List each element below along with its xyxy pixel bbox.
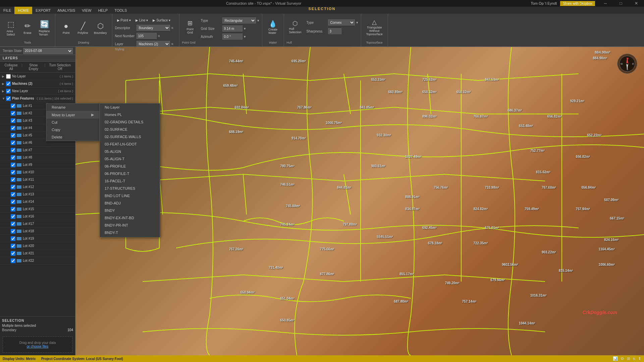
layer-item-lot13[interactable]: Lot #13 bbox=[0, 191, 75, 198]
menu-tools[interactable]: TOOLS bbox=[111, 7, 130, 14]
point-button[interactable]: ● Point bbox=[58, 18, 74, 38]
layer-checkbox-no-layer[interactable] bbox=[6, 74, 11, 79]
layer-checkbox-lot13[interactable] bbox=[11, 192, 15, 197]
layer-item-lot17[interactable]: Lot #17 bbox=[0, 220, 75, 228]
area-select-button[interactable]: ⬚ AreaSelect bbox=[3, 18, 19, 38]
submenu-item-3[interactable]: 02-SURFACE bbox=[100, 126, 160, 133]
submenu-item-15[interactable]: BNDY-EX-INT-BD bbox=[100, 214, 160, 222]
layer-checkbox-lot7[interactable] bbox=[11, 148, 15, 153]
layer-checkbox-lot22[interactable] bbox=[11, 258, 15, 263]
layer-checkbox-lot16[interactable] bbox=[11, 214, 15, 219]
point-grid-button[interactable]: ⊞ PointGrid bbox=[182, 17, 198, 37]
layer-icon[interactable]: ≡ bbox=[171, 42, 173, 46]
choose-files-link[interactable]: or choose files bbox=[27, 345, 48, 348]
layer-checkbox-lot11[interactable] bbox=[11, 177, 15, 182]
replace-terrain-button[interactable]: 🔄 ReplaceTerrain bbox=[36, 18, 52, 38]
layer-checkbox-lot2[interactable] bbox=[11, 111, 15, 116]
hull-type-select[interactable]: Convex bbox=[328, 19, 355, 25]
layer-item-lot11[interactable]: Lot #11 bbox=[0, 176, 75, 183]
minimize-button[interactable]: ─ bbox=[598, 0, 613, 7]
settings-icon[interactable]: ⚙ bbox=[621, 356, 624, 361]
layer-item-machines[interactable]: ▶ Machines (2) ( 6 items ) bbox=[0, 80, 75, 87]
layer-item-lot20[interactable]: Lot #20 bbox=[0, 242, 75, 250]
submenu-item-17[interactable]: BNDY-T bbox=[100, 229, 160, 236]
submenu-item-11[interactable]: 17-STRUCTURES bbox=[100, 185, 160, 192]
ctx-move-to-layer[interactable]: Move to Layer ▶ bbox=[46, 111, 99, 119]
layer-checkbox-lot15[interactable] bbox=[11, 207, 15, 212]
share-button[interactable]: Share with Dropbox bbox=[560, 1, 595, 6]
submenu-item-14[interactable]: BNDY bbox=[100, 207, 160, 214]
layer-item-lot22[interactable]: Lot #22 bbox=[0, 257, 75, 264]
grid-size-input[interactable] bbox=[222, 25, 243, 32]
hull-selection-button[interactable]: ⬡ HullSelection bbox=[287, 17, 304, 37]
layer-checkbox-lot3[interactable] bbox=[11, 118, 15, 123]
layer-checkbox-lot21[interactable] bbox=[11, 251, 15, 256]
hull-type-dropdown[interactable]: ▾ bbox=[356, 20, 358, 25]
submenu-item-8[interactable]: 06-PROFILE bbox=[100, 163, 160, 170]
layer-item-lot15[interactable]: Lot #15 bbox=[0, 205, 75, 213]
boundary-button[interactable]: ⬡ Boundary bbox=[92, 18, 109, 38]
layer-item-no-layer[interactable]: ▶ No Layer ( 2 items ) bbox=[0, 73, 75, 80]
azimuth-input[interactable] bbox=[222, 34, 243, 40]
layer-item-lot10[interactable]: Lot #10 bbox=[0, 169, 75, 176]
layer-item-lot12[interactable]: Lot #12 bbox=[0, 183, 75, 191]
type-select[interactable]: Rectangular bbox=[222, 17, 256, 23]
azimuth-dropdown-icon[interactable]: ▾ bbox=[244, 35, 246, 39]
line-draw-button[interactable]: ▶ Line ▾ bbox=[133, 17, 150, 23]
submenu-item-6[interactable]: 05-ALIGN bbox=[100, 148, 160, 155]
submenu-item-1[interactable]: Homes PL bbox=[100, 111, 160, 118]
create-water-button[interactable]: 💧 CreateWater bbox=[265, 15, 281, 39]
grid-icon[interactable]: ⊞ bbox=[627, 356, 630, 361]
layer-checkbox-lot6[interactable] bbox=[11, 140, 15, 145]
layer-checkbox-machines[interactable] bbox=[6, 81, 11, 86]
layer-checkbox-new-layer[interactable] bbox=[6, 89, 11, 94]
next-number-input[interactable] bbox=[137, 33, 157, 39]
submenu-item-18[interactable]: Defpoints bbox=[100, 236, 160, 237]
point-draw-button[interactable]: ▶ Point ▾ bbox=[115, 17, 133, 23]
ctx-delete[interactable]: Delete bbox=[46, 133, 99, 141]
layer-item-lot19[interactable]: Lot #19 bbox=[0, 235, 75, 242]
layer-checkbox-lot8[interactable] bbox=[11, 155, 15, 160]
layer-checkbox-lot14[interactable] bbox=[11, 199, 15, 204]
submenu-item-12[interactable]: BND LOT LINE bbox=[100, 192, 160, 199]
submenu-item-0[interactable]: No Layer bbox=[100, 104, 160, 111]
terrain-state-select[interactable]: 2019-07-08 bbox=[23, 48, 73, 54]
polyline-button[interactable]: ╱ Polyline bbox=[75, 18, 91, 38]
submenu-item-13[interactable]: BND-ADJ bbox=[100, 199, 160, 207]
layer-item-lot14[interactable]: Lot #14 bbox=[0, 198, 75, 205]
sharpness-input[interactable] bbox=[328, 28, 341, 34]
show-empty-button[interactable]: Show Empty bbox=[24, 63, 43, 71]
submenu-item-16[interactable]: BNDY-PR-INT bbox=[100, 222, 160, 229]
map-area[interactable]: 745.44m²695.20m²659.48m²653.33m²725.62m²… bbox=[75, 47, 644, 355]
layer-item-lot7[interactable]: Lot #7 bbox=[0, 146, 75, 154]
descriptor-select[interactable]: Boundary bbox=[137, 25, 170, 31]
layer-checkbox-plan-features[interactable] bbox=[6, 96, 11, 101]
menu-file[interactable]: FILE bbox=[0, 7, 14, 14]
layer-checkbox-lot4[interactable] bbox=[11, 126, 15, 130]
submenu-item-2[interactable]: 02-GRADING DETAILS bbox=[100, 118, 160, 126]
close-button[interactable]: ✕ bbox=[629, 0, 644, 7]
submenu-item-7[interactable]: 05-ALIGN-T bbox=[100, 155, 160, 163]
layer-item-lot8[interactable]: Lot #8 bbox=[0, 154, 75, 161]
layer-checkbox-lot9[interactable] bbox=[11, 163, 15, 167]
chart-icon[interactable]: 📊 bbox=[613, 356, 618, 361]
layer-item-lot9[interactable]: Lot #9 bbox=[0, 161, 75, 169]
layer-checkbox-lot1[interactable] bbox=[11, 104, 15, 108]
collapse-all-button[interactable]: Collapse All bbox=[2, 63, 20, 71]
menu-analysis[interactable]: ANALYSIS bbox=[54, 7, 78, 14]
submenu-item-10[interactable]: 16-PACEL-T bbox=[100, 177, 160, 185]
turn-selection-off-button[interactable]: Turn Selection Off bbox=[47, 63, 73, 71]
menu-view[interactable]: VIEW bbox=[78, 7, 95, 14]
submenu-item-5[interactable]: 03-FEAT-LN-GDOT bbox=[100, 140, 160, 148]
layer-checkbox-lot20[interactable] bbox=[11, 244, 15, 248]
layer-checkbox-lot12[interactable] bbox=[11, 185, 15, 189]
layer-item-lot16[interactable]: Lot #16 bbox=[0, 213, 75, 220]
menu-home[interactable]: HOME bbox=[14, 7, 32, 14]
maximize-button[interactable]: □ bbox=[613, 0, 629, 7]
layer-checkbox-lot19[interactable] bbox=[11, 236, 15, 241]
erase-button[interactable]: ✏ Erase bbox=[19, 18, 36, 38]
type-dropdown-icon[interactable]: ▾ bbox=[257, 18, 259, 23]
drag-drop-area[interactable]: Drag and drop your data or choose files bbox=[3, 337, 72, 353]
next-number-icon[interactable]: ≡ bbox=[158, 34, 160, 38]
grid-size-dropdown-icon[interactable]: ▾ bbox=[244, 26, 246, 31]
